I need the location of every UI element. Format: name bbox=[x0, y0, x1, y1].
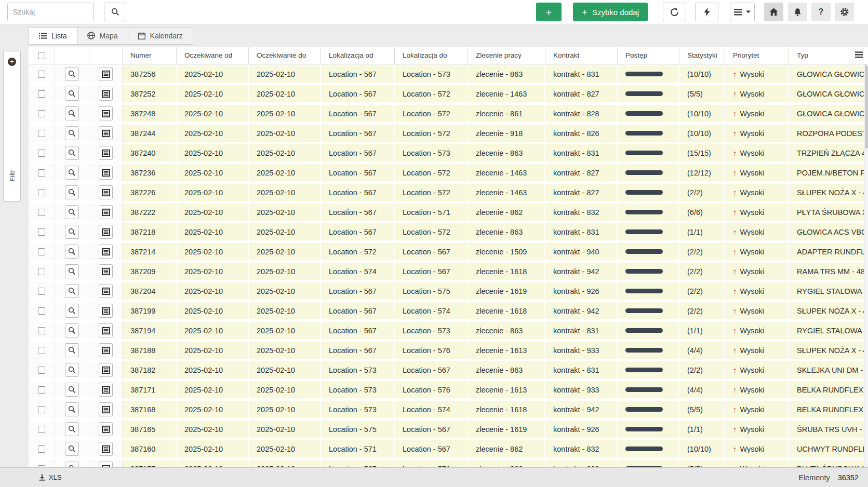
row-menu-button[interactable] bbox=[99, 363, 113, 377]
row-checkbox[interactable] bbox=[38, 307, 45, 315]
col-header-lokalizacja-od[interactable]: Lokalizacja od bbox=[321, 47, 395, 64]
row-open-button[interactable] bbox=[65, 87, 79, 101]
row-checkbox[interactable] bbox=[38, 426, 45, 433]
row-menu-button[interactable] bbox=[99, 383, 113, 397]
select-all-checkbox[interactable] bbox=[38, 52, 45, 59]
table-row[interactable]: 387194 2025-02-10 2025-02-10 Location - … bbox=[29, 322, 868, 339]
actions-button[interactable] bbox=[695, 3, 718, 21]
table-row[interactable]: 387204 2025-02-10 2025-02-10 Location - … bbox=[29, 282, 868, 300]
row-menu-button[interactable] bbox=[99, 146, 113, 160]
col-header-priorytet[interactable]: Priorytet bbox=[725, 47, 789, 64]
row-menu-button[interactable] bbox=[99, 185, 113, 199]
row-menu-button[interactable] bbox=[99, 284, 113, 298]
row-open-button[interactable] bbox=[65, 383, 79, 397]
table-row[interactable]: 387199 2025-02-10 2025-02-10 Location - … bbox=[29, 302, 868, 319]
row-checkbox[interactable] bbox=[38, 110, 45, 117]
row-open-button[interactable] bbox=[65, 284, 79, 298]
tab-mapa[interactable]: Mapa bbox=[77, 27, 128, 45]
col-header-postep[interactable]: Postęp bbox=[618, 47, 679, 64]
settings-button[interactable] bbox=[835, 3, 854, 21]
table-row[interactable]: 387209 2025-02-10 2025-02-10 Location - … bbox=[29, 263, 868, 280]
help-button[interactable]: ? bbox=[811, 3, 831, 21]
table-row[interactable]: 387168 2025-02-10 2025-02-10 Location - … bbox=[29, 401, 868, 418]
row-menu-button[interactable] bbox=[99, 166, 113, 180]
table-row[interactable]: 387226 2025-02-10 2025-02-10 Location - … bbox=[29, 184, 868, 201]
notifications-button[interactable] bbox=[788, 3, 807, 21]
row-checkbox[interactable] bbox=[38, 268, 45, 275]
row-checkbox[interactable] bbox=[38, 445, 45, 453]
table-row[interactable]: 387252 2025-02-10 2025-02-10 Location - … bbox=[29, 85, 868, 102]
row-open-button[interactable] bbox=[65, 67, 79, 81]
table-row[interactable]: 387218 2025-02-10 2025-02-10 Location - … bbox=[29, 223, 868, 240]
col-header-oczekiwanie-do[interactable]: Oczekiwanie do bbox=[249, 47, 321, 64]
filter-panel[interactable]: + Filtr bbox=[3, 51, 21, 201]
quick-add-button[interactable]: + Szybko dodaj bbox=[573, 3, 648, 21]
row-checkbox[interactable] bbox=[38, 189, 45, 196]
row-open-button[interactable] bbox=[65, 106, 79, 120]
search-button[interactable] bbox=[104, 3, 126, 21]
row-menu-button[interactable] bbox=[99, 442, 113, 456]
row-menu-button[interactable] bbox=[99, 323, 113, 337]
row-open-button[interactable] bbox=[65, 166, 79, 180]
table-row[interactable]: 387236 2025-02-10 2025-02-10 Location - … bbox=[29, 164, 868, 181]
menu-button[interactable] bbox=[730, 3, 755, 21]
row-checkbox[interactable] bbox=[38, 288, 45, 295]
table-row[interactable]: 387244 2025-02-10 2025-02-10 Location - … bbox=[29, 125, 868, 142]
row-checkbox[interactable] bbox=[38, 169, 45, 177]
row-menu-button[interactable] bbox=[99, 126, 113, 140]
export-xls-button[interactable]: XLS bbox=[39, 474, 62, 481]
col-header-zlecenie-pracy[interactable]: Zlecenie pracy bbox=[468, 47, 545, 64]
row-menu-button[interactable] bbox=[99, 343, 113, 357]
scrollbar-thumb[interactable] bbox=[865, 65, 868, 148]
row-menu-button[interactable] bbox=[99, 264, 113, 278]
row-open-button[interactable] bbox=[65, 442, 79, 456]
row-checkbox[interactable] bbox=[38, 130, 45, 137]
row-menu-button[interactable] bbox=[99, 245, 113, 259]
tab-lista[interactable]: Lista bbox=[29, 27, 77, 45]
row-menu-button[interactable] bbox=[99, 67, 113, 81]
row-menu-button[interactable] bbox=[99, 304, 113, 318]
tab-kalendarz[interactable]: Kalendarz bbox=[128, 27, 193, 45]
table-row[interactable]: 387157 2025-02-10 2025-02-10 Location - … bbox=[29, 460, 868, 467]
filter-add-icon[interactable]: + bbox=[8, 58, 16, 66]
home-button[interactable] bbox=[764, 3, 783, 21]
row-menu-button[interactable] bbox=[99, 402, 113, 416]
row-checkbox[interactable] bbox=[38, 327, 45, 334]
table-row[interactable]: 387160 2025-02-10 2025-02-10 Location - … bbox=[29, 440, 868, 457]
row-open-button[interactable] bbox=[65, 205, 79, 219]
table-row[interactable]: 387222 2025-02-10 2025-02-10 Location - … bbox=[29, 204, 868, 221]
row-checkbox[interactable] bbox=[38, 248, 45, 255]
row-open-button[interactable] bbox=[65, 245, 79, 259]
row-menu-button[interactable] bbox=[99, 422, 113, 436]
column-settings-button[interactable] bbox=[855, 51, 863, 58]
row-open-button[interactable] bbox=[65, 462, 79, 467]
row-open-button[interactable] bbox=[65, 323, 79, 337]
row-checkbox[interactable] bbox=[38, 209, 45, 216]
refresh-button[interactable] bbox=[663, 3, 686, 21]
row-checkbox[interactable] bbox=[38, 71, 45, 78]
col-header-kontrakt[interactable]: Kontrakt bbox=[545, 47, 618, 64]
row-open-button[interactable] bbox=[65, 126, 79, 140]
col-header-numer[interactable]: Numer bbox=[123, 47, 177, 64]
row-checkbox[interactable] bbox=[38, 386, 45, 394]
row-checkbox[interactable] bbox=[38, 465, 45, 468]
row-open-button[interactable] bbox=[65, 304, 79, 318]
row-checkbox[interactable] bbox=[38, 228, 45, 236]
table-row[interactable]: 387248 2025-02-10 2025-02-10 Location - … bbox=[29, 105, 868, 122]
search-input[interactable] bbox=[7, 3, 94, 21]
row-open-button[interactable] bbox=[65, 225, 79, 239]
row-checkbox[interactable] bbox=[38, 90, 45, 98]
table-row[interactable]: 387214 2025-02-10 2025-02-10 Location - … bbox=[29, 243, 868, 260]
row-menu-button[interactable] bbox=[99, 106, 113, 120]
table-row[interactable]: 387256 2025-02-10 2025-02-10 Location - … bbox=[29, 65, 868, 83]
table-row[interactable]: 387188 2025-02-10 2025-02-10 Location - … bbox=[29, 342, 868, 359]
row-open-button[interactable] bbox=[65, 422, 79, 436]
row-open-button[interactable] bbox=[65, 343, 79, 357]
table-row[interactable]: 387171 2025-02-10 2025-02-10 Location - … bbox=[29, 381, 868, 398]
row-checkbox[interactable] bbox=[38, 406, 45, 413]
row-open-button[interactable] bbox=[65, 264, 79, 278]
add-button[interactable]: + bbox=[536, 3, 562, 21]
col-header-statystyki[interactable]: Statystyki bbox=[679, 47, 725, 64]
row-open-button[interactable] bbox=[65, 146, 79, 160]
table-row[interactable]: 387182 2025-02-10 2025-02-10 Location - … bbox=[29, 361, 868, 378]
